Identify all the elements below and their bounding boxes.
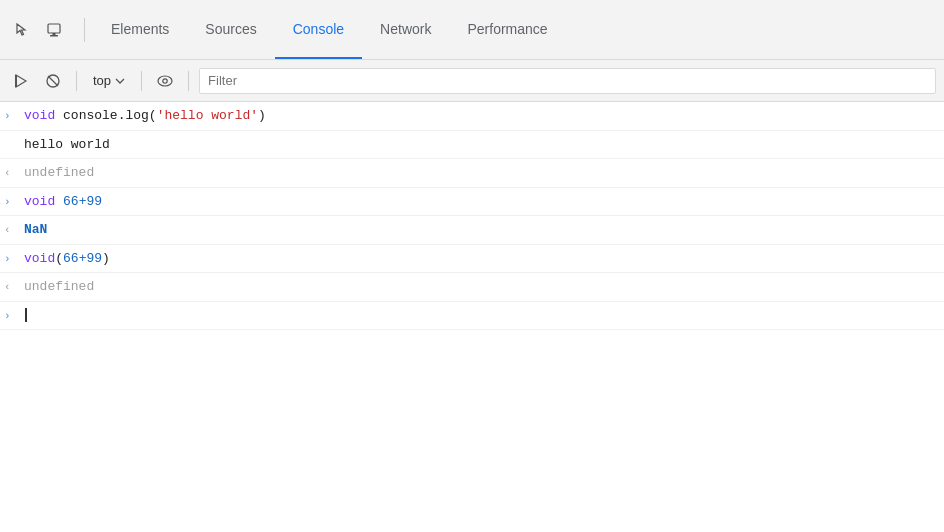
- toolbar-icons: [8, 16, 68, 44]
- tabs-container: Elements Sources Console Network Perform…: [93, 0, 566, 59]
- code-keyword: void: [24, 194, 55, 209]
- toolbar-divider: [84, 18, 85, 42]
- svg-line-6: [48, 76, 58, 86]
- row-content: undefined: [24, 277, 936, 297]
- row-content[interactable]: [24, 306, 936, 326]
- code-paren-close: ): [102, 251, 110, 266]
- context-dropdown[interactable]: top: [87, 70, 131, 91]
- row-content: void console.log('hello world'): [24, 106, 936, 126]
- context-label: top: [93, 73, 111, 88]
- console-row: ‹ undefined: [0, 273, 944, 302]
- code-number: 66+99: [63, 251, 102, 266]
- svg-point-8: [163, 78, 167, 82]
- code-text: console.log(: [63, 108, 157, 123]
- tab-performance[interactable]: Performance: [449, 0, 565, 59]
- row-arrow-expand[interactable]: ›: [4, 194, 24, 211]
- row-content: void(66+99): [24, 249, 936, 269]
- row-arrow-return: ‹: [4, 222, 24, 239]
- console-row: ‹ undefined: [0, 159, 944, 188]
- console-row: › void console.log('hello world'): [0, 102, 944, 131]
- tab-console[interactable]: Console: [275, 0, 362, 59]
- eye-icon[interactable]: [152, 68, 178, 94]
- tab-network[interactable]: Network: [362, 0, 449, 59]
- chevron-down-icon: [115, 78, 125, 84]
- console-row: ‹ NaN: [0, 216, 944, 245]
- console-row: › void 66+99: [0, 188, 944, 217]
- toolbar2-divider: [76, 71, 77, 91]
- cursor-icon[interactable]: [8, 16, 36, 44]
- clear-icon[interactable]: [40, 68, 66, 94]
- row-content: void 66+99: [24, 192, 936, 212]
- svg-marker-3: [16, 75, 26, 87]
- console-input-row[interactable]: ›: [0, 302, 944, 331]
- svg-rect-2: [53, 33, 56, 35]
- svg-point-7: [158, 76, 172, 86]
- second-toolbar: top: [0, 60, 944, 102]
- tab-elements[interactable]: Elements: [93, 0, 187, 59]
- code-paren: ): [258, 108, 266, 123]
- text-cursor: [25, 308, 27, 322]
- filter-input[interactable]: [199, 68, 936, 94]
- output-undefined: undefined: [24, 279, 94, 294]
- top-toolbar: Elements Sources Console Network Perform…: [0, 0, 944, 60]
- tab-sources[interactable]: Sources: [187, 0, 274, 59]
- svg-rect-4: [15, 75, 17, 87]
- row-arrow-return: ‹: [4, 165, 24, 182]
- svg-rect-1: [50, 35, 58, 37]
- output-text: hello world: [24, 137, 110, 152]
- row-arrow-expand[interactable]: ›: [4, 251, 24, 268]
- console-row: › void(66+99): [0, 245, 944, 274]
- row-arrow-expand[interactable]: ›: [4, 108, 24, 125]
- output-undefined: undefined: [24, 165, 94, 180]
- code-keyword: void: [24, 251, 55, 266]
- row-content: undefined: [24, 163, 936, 183]
- toolbar2-divider2: [141, 71, 142, 91]
- row-content: hello world: [24, 135, 936, 155]
- inspect-icon[interactable]: [40, 16, 68, 44]
- code-keyword: void: [24, 108, 55, 123]
- row-content: NaN: [24, 220, 936, 240]
- code-number: 66+99: [63, 194, 102, 209]
- execute-icon[interactable]: [8, 68, 34, 94]
- code-paren: (: [55, 251, 63, 266]
- svg-rect-0: [48, 24, 60, 33]
- toolbar2-divider3: [188, 71, 189, 91]
- console-row: hello world: [0, 131, 944, 160]
- output-nan: NaN: [24, 222, 47, 237]
- console-output: › void console.log('hello world') hello …: [0, 102, 944, 330]
- row-arrow-return: ‹: [4, 279, 24, 296]
- row-arrow-input: ›: [4, 308, 24, 325]
- code-string: 'hello world': [157, 108, 258, 123]
